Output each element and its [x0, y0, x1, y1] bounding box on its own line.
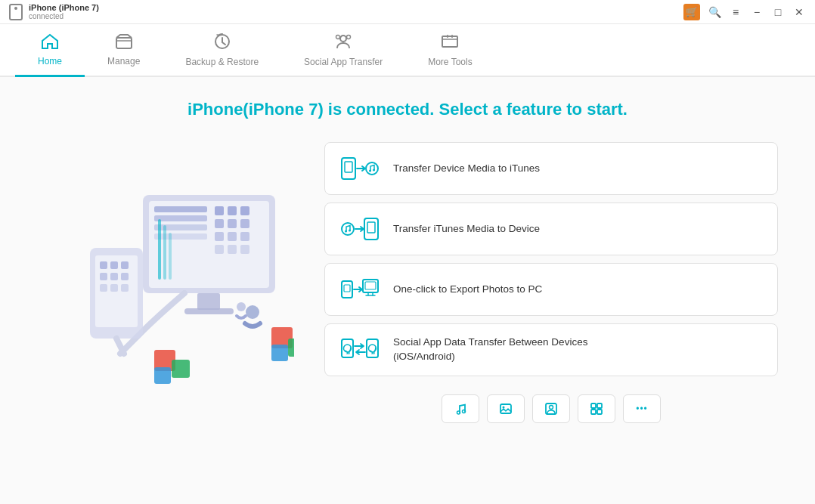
svg-rect-27	[184, 308, 234, 314]
nav-item-backup[interactable]: Backup & Restore	[163, 24, 281, 77]
svg-point-52	[366, 162, 378, 175]
nav-label-manage: Manage	[107, 56, 140, 66]
svg-rect-51	[345, 162, 352, 172]
titlebar-right: 🛒 🔍 ≡ − □ ✕	[683, 4, 806, 20]
photos-tool-button[interactable]	[487, 394, 525, 423]
feature-label-transfer-to-itunes: Transfer Device Media to iTunes	[393, 162, 540, 176]
svg-point-39	[246, 305, 259, 319]
svg-rect-21	[228, 232, 237, 241]
svg-rect-42	[271, 345, 288, 361]
svg-rect-37	[110, 284, 118, 292]
content-area: Transfer Device Media to iTunes	[37, 142, 778, 423]
svg-rect-50	[342, 158, 355, 179]
svg-rect-7	[451, 35, 453, 38]
headline: iPhone(iPhone 7) is connected. Select a …	[187, 100, 628, 119]
nav-label-moretools: More Tools	[428, 57, 472, 67]
svg-rect-18	[228, 219, 237, 228]
svg-rect-24	[228, 245, 237, 254]
titlebar: iPhone (iPhone 7) connected 🛒 🔍 ≡ − □ ✕	[0, 0, 815, 24]
svg-rect-36	[100, 284, 107, 292]
headline-device: iPhone(iPhone 7)	[187, 100, 324, 119]
feature-label-transfer-to-device: Transfer iTunes Media to Device	[393, 222, 540, 237]
svg-rect-25	[240, 245, 249, 254]
more-tool-button[interactable]: •••	[623, 394, 661, 423]
svg-rect-74	[591, 404, 596, 408]
nav-item-social[interactable]: Social App Transfer	[281, 24, 405, 77]
svg-rect-34	[110, 273, 118, 280]
feature-label-social-transfer: Social App Data Transfer Between Devices…	[393, 335, 587, 364]
music-tool-button[interactable]	[442, 394, 479, 423]
bottom-toolbar: •••	[324, 394, 778, 423]
feature-card-social-transfer[interactable]: Social App Data Transfer Between Devices…	[324, 323, 778, 376]
feature-card-transfer-to-device[interactable]: Transfer iTunes Media to Device	[324, 203, 778, 255]
export-photos-icon	[340, 274, 380, 305]
feature-card-transfer-to-itunes[interactable]: Transfer Device Media to iTunes	[324, 142, 778, 195]
svg-rect-16	[240, 206, 249, 215]
main-content: iPhone(iPhone 7) is connected. Select a …	[0, 77, 815, 504]
close-button[interactable]: ✕	[792, 5, 806, 19]
device-text: iPhone (iPhone 7) connected	[29, 3, 99, 20]
svg-rect-75	[597, 404, 602, 408]
feature-label-export-photos: One-click to Export Photos to PC	[393, 283, 542, 297]
search-button[interactable]: 🔍	[708, 5, 721, 19]
svg-rect-60	[342, 281, 352, 298]
minimize-button[interactable]: −	[750, 5, 764, 19]
svg-rect-70	[500, 404, 511, 413]
apps-tool-button[interactable]	[578, 394, 615, 423]
svg-rect-41	[288, 339, 294, 357]
nav-item-moretools[interactable]: More Tools	[405, 24, 494, 77]
moretools-icon	[440, 32, 460, 54]
svg-point-53	[369, 170, 371, 172]
svg-rect-26	[197, 293, 220, 310]
svg-point-4	[336, 35, 340, 39]
nav-label-social: Social App Transfer	[304, 57, 383, 67]
restore-button[interactable]: □	[771, 5, 785, 19]
device-status: connected	[29, 12, 99, 20]
svg-point-71	[503, 407, 505, 409]
svg-rect-17	[215, 219, 224, 228]
svg-rect-49	[169, 233, 172, 280]
svg-rect-47	[158, 219, 161, 280]
nav-item-home[interactable]: Home	[15, 24, 85, 77]
svg-rect-33	[100, 273, 107, 280]
svg-rect-15	[228, 206, 237, 215]
navbar: Home Manage Backup & Restore	[0, 24, 815, 77]
svg-rect-20	[215, 232, 224, 241]
svg-rect-61	[344, 285, 350, 292]
headline-rest: is connected. Select a feature to start.	[324, 100, 628, 119]
device-name: iPhone (iPhone 7)	[29, 3, 99, 12]
svg-point-69	[463, 410, 466, 413]
svg-rect-22	[240, 232, 249, 241]
svg-rect-63	[365, 282, 376, 289]
svg-point-55	[342, 223, 354, 235]
svg-rect-31	[110, 261, 118, 269]
social-icon	[333, 32, 353, 54]
svg-point-56	[345, 230, 347, 233]
svg-rect-32	[121, 261, 129, 269]
features-area: Transfer Device Media to iTunes	[324, 142, 778, 423]
cart-button[interactable]: 🛒	[683, 4, 700, 20]
svg-rect-45	[154, 367, 171, 384]
menu-button[interactable]: ≡	[729, 5, 742, 19]
svg-rect-12	[154, 224, 207, 230]
svg-rect-6	[447, 35, 448, 38]
transfer-to-device-icon	[340, 214, 380, 244]
backup-icon	[212, 32, 232, 54]
svg-rect-58	[364, 218, 378, 240]
svg-rect-38	[121, 284, 129, 292]
nav-item-manage[interactable]: Manage	[85, 24, 163, 77]
titlebar-left: iPhone (iPhone 7) connected	[9, 3, 99, 20]
svg-rect-10	[154, 206, 207, 212]
svg-rect-59	[367, 222, 375, 233]
transfer-to-itunes-icon	[340, 153, 380, 184]
svg-rect-14	[215, 206, 224, 215]
device-icon	[9, 4, 23, 20]
svg-point-2	[340, 36, 346, 42]
svg-rect-76	[591, 410, 596, 414]
svg-rect-35	[121, 273, 129, 280]
feature-card-export-photos[interactable]: One-click to Export Photos to PC	[324, 263, 778, 316]
contacts-tool-button[interactable]	[532, 394, 570, 423]
svg-point-54	[373, 169, 375, 172]
nav-label-backup: Backup & Restore	[185, 57, 259, 67]
svg-point-68	[457, 411, 460, 414]
